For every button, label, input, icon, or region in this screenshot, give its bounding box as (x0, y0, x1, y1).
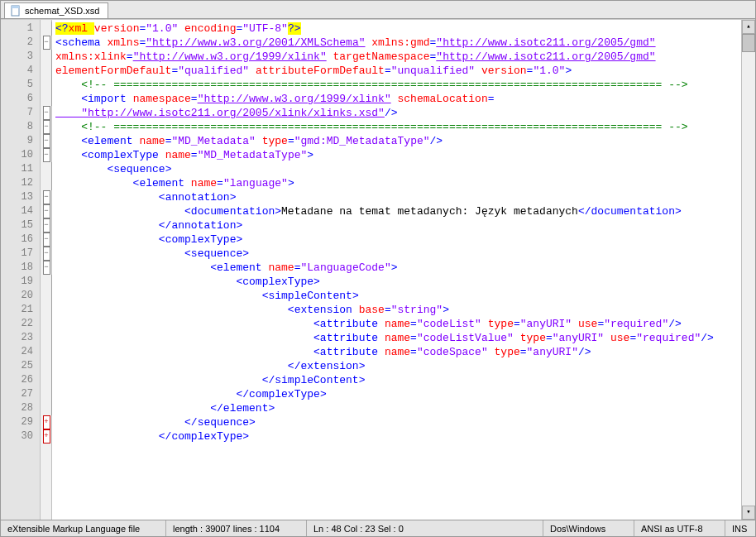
line-number: 29 (1, 415, 40, 429)
line-number: 6 (1, 92, 40, 106)
code-line[interactable]: <element name="LanguageCode"> (55, 261, 741, 275)
file-tab[interactable]: schemat_XSD.xsd (4, 2, 108, 18)
code-line[interactable]: <element name="language"> (55, 176, 741, 190)
status-eol: Dos\Windows (543, 520, 634, 536)
line-number: 10 (1, 148, 40, 162)
code-line[interactable]: elementFormDefault="qualified" attribute… (55, 64, 741, 78)
line-number: 16 (1, 233, 40, 247)
tab-bar: schemat_XSD.xsd (1, 1, 755, 19)
line-number: 8 (1, 120, 40, 134)
fold-toggle-icon[interactable]: − (43, 120, 50, 134)
status-encoding: ANSI as UTF-8 (634, 520, 725, 536)
status-bar: eXtensible Markup Language file length :… (1, 520, 755, 536)
line-number: 21 (1, 303, 40, 317)
line-number: 13 (1, 190, 40, 204)
line-number: 27 (1, 387, 40, 401)
fold-toggle-icon[interactable]: − (43, 106, 50, 120)
line-number: 24 (1, 345, 40, 359)
status-position: Ln : 48 Col : 23 Sel : 0 (307, 520, 543, 536)
code-line[interactable]: </complexType> (55, 387, 741, 401)
code-line[interactable]: <element name="MD_Metadata" type="gmd:MD… (55, 134, 741, 148)
fold-toggle-icon[interactable]: − (43, 261, 50, 275)
code-line[interactable]: <!-- ===================================… (55, 78, 741, 92)
code-line[interactable]: xmlns:xlink="http://www.w3.org/1999/xlin… (55, 50, 741, 64)
line-number: 2 (1, 36, 40, 50)
code-line[interactable]: </annotation> (55, 218, 741, 233)
code-line[interactable]: <?xml version="1.0" encoding="UTF-8"?> (55, 22, 741, 36)
code-line[interactable]: </simpleContent> (55, 373, 741, 387)
line-number: 11 (1, 162, 40, 176)
scroll-down-button[interactable]: ▾ (742, 506, 755, 520)
code-line[interactable]: <attribute name="codeListValue" type="an… (55, 331, 741, 345)
svg-rect-1 (12, 6, 19, 8)
code-line[interactable]: <complexType> (55, 275, 741, 289)
tab-label: schemat_XSD.xsd (25, 6, 99, 16)
line-number: 20 (1, 289, 40, 303)
code-line[interactable]: </element> (55, 401, 741, 415)
fold-toggle-icon[interactable]: − (43, 134, 50, 148)
status-filetype: eXtensible Markup Language file (1, 520, 166, 536)
code-line[interactable]: <annotation> (55, 190, 741, 204)
scroll-track[interactable] (742, 52, 755, 506)
editor-area: 1234567891011121314151617181920212223242… (1, 19, 755, 520)
code-line[interactable]: </extension> (55, 359, 741, 373)
code-line[interactable]: "http://www.isotc211.org/2005/xlink/xlin… (55, 106, 741, 120)
fold-toggle-icon[interactable]: − (43, 148, 50, 162)
line-number: 28 (1, 401, 40, 415)
line-number: 18 (1, 261, 40, 275)
fold-toggle-icon[interactable]: − (43, 247, 50, 261)
scroll-up-button[interactable]: ▴ (742, 20, 755, 34)
code-line[interactable]: <attribute name="codeSpace" type="anyURI… (55, 345, 741, 359)
line-number: 9 (1, 134, 40, 148)
fold-toggle-icon[interactable]: − (43, 36, 50, 50)
line-number: 4 (1, 64, 40, 78)
scroll-thumb[interactable] (742, 34, 755, 52)
code-line[interactable]: <complexType name="MD_MetadataType"> (55, 148, 741, 162)
fold-toggle-icon[interactable]: − (43, 218, 50, 233)
line-number: 5 (1, 78, 40, 92)
line-number: 1 (1, 22, 40, 36)
line-number: 25 (1, 359, 40, 373)
code-line[interactable]: <documentation>Metadane na temat metadan… (55, 204, 741, 218)
line-number: 22 (1, 317, 40, 331)
line-number: 7 (1, 106, 40, 120)
code-line[interactable]: <sequence> (55, 162, 741, 176)
line-number: 23 (1, 331, 40, 345)
code-line[interactable]: </sequence> (55, 415, 741, 429)
code-line[interactable]: <!-- ===================================… (55, 120, 741, 134)
code-line[interactable]: <schema xmlns="http://www.w3.org/2001/XM… (55, 36, 741, 50)
code-line[interactable]: <sequence> (55, 247, 741, 261)
code-content[interactable]: <?xml version="1.0" encoding="UTF-8"?><s… (52, 20, 741, 520)
line-number-gutter: 1234567891011121314151617181920212223242… (1, 20, 41, 520)
code-line[interactable]: <complexType> (55, 233, 741, 247)
status-length: length : 39007 lines : 1104 (166, 520, 307, 536)
line-number: 12 (1, 176, 40, 190)
line-number: 26 (1, 373, 40, 387)
fold-toggle-icon[interactable]: + (43, 415, 50, 429)
code-line[interactable]: <attribute name="codeList" type="anyURI"… (55, 317, 741, 331)
line-number: 17 (1, 247, 40, 261)
line-number: 30 (1, 429, 40, 444)
fold-toggle-icon[interactable]: − (43, 190, 50, 204)
line-number: 14 (1, 204, 40, 218)
status-mode: INS (725, 520, 755, 536)
fold-toggle-icon[interactable]: − (43, 233, 50, 247)
line-number: 15 (1, 218, 40, 233)
fold-toggle-icon[interactable]: − (43, 204, 50, 218)
vertical-scrollbar[interactable]: ▴ ▾ (741, 20, 755, 520)
code-line[interactable]: <import namespace="http://www.w3.org/199… (55, 92, 741, 106)
code-line[interactable]: </complexType> (55, 429, 741, 444)
line-number: 19 (1, 275, 40, 289)
code-line[interactable]: <simpleContent> (55, 289, 741, 303)
file-icon (10, 5, 22, 17)
line-number: 3 (1, 50, 40, 64)
code-line[interactable]: <extension base="string"> (55, 303, 741, 317)
fold-column[interactable]: −−−−−−−−−−−++ (41, 20, 52, 520)
fold-toggle-icon[interactable]: + (43, 429, 50, 444)
